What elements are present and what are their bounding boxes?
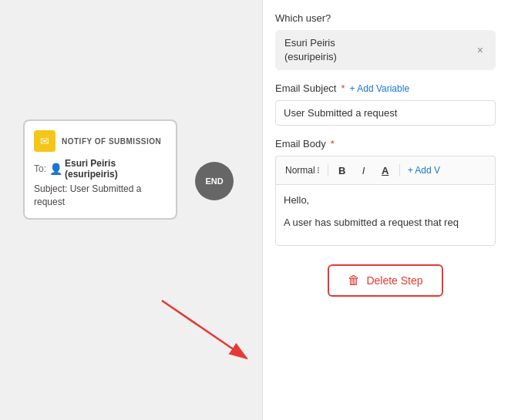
end-node: END: [195, 162, 234, 200]
email-subject-input[interactable]: User Submitted a request: [275, 100, 496, 126]
person-icon: 👤: [49, 163, 62, 175]
body-line-2: A user has submitted a request that req: [284, 215, 487, 231]
toolbar-divider-2: [399, 164, 400, 176]
settings-panel: Which user? Esuri Peiris (esuripeiris) ×…: [262, 0, 508, 420]
email-body-required: *: [331, 138, 335, 150]
underline-a-button[interactable]: A: [376, 161, 395, 180]
workflow-canvas: ✉ NOTIFY OF SUBMISSION To: 👤 Esuri Peiri…: [0, 0, 262, 420]
notify-user-name: Esuri Peiris(esuripeiris): [65, 158, 118, 180]
svg-line-1: [162, 301, 247, 358]
email-subject-label: Email Subject * + Add Variable: [275, 82, 496, 94]
envelope-icon: ✉: [34, 130, 56, 152]
chip-close-button[interactable]: ×: [474, 42, 486, 58]
trash-icon: 🗑: [348, 274, 360, 287]
add-variable-body-button[interactable]: + Add V: [408, 165, 440, 176]
email-body-toolbar: Normal ⁝ B I A + Add V: [275, 156, 496, 184]
toolbar-divider-1: [328, 164, 328, 176]
notify-title: NOTIFY OF SUBMISSION: [62, 137, 161, 146]
notify-body: To: 👤 Esuri Peiris(esuripeiris) Subject:…: [34, 158, 167, 209]
email-body-section: Email Body * Normal ⁝ B I A +: [275, 138, 496, 246]
email-body-label: Email Body *: [275, 138, 496, 150]
bold-button[interactable]: B: [333, 161, 352, 180]
notify-node[interactable]: ✉ NOTIFY OF SUBMISSION To: 👤 Esuri Peiri…: [23, 119, 177, 220]
to-line: To: 👤 Esuri Peiris(esuripeiris): [34, 158, 167, 180]
body-line-1: Hello,: [284, 193, 487, 209]
required-star: *: [341, 82, 345, 94]
add-variable-subject-button[interactable]: + Add Variable: [350, 83, 410, 94]
to-label: To:: [34, 163, 46, 174]
chevron-icon: ⁝: [317, 165, 320, 176]
delete-step-area: 🗑 Delete Step: [275, 264, 496, 297]
delete-step-label: Delete Step: [366, 274, 422, 287]
email-body-content[interactable]: Hello, A user has submitted a request th…: [275, 184, 496, 246]
notify-subject: Subject: User Submitted a request: [34, 183, 167, 209]
format-select[interactable]: Normal ⁝: [282, 163, 323, 177]
user-chip-text: Esuri Peiris (esuripeiris): [284, 36, 337, 64]
user-chip: Esuri Peiris (esuripeiris) ×: [275, 30, 496, 70]
notify-header: ✉ NOTIFY OF SUBMISSION: [34, 130, 167, 152]
which-user-label: Which user?: [275, 12, 496, 24]
delete-step-button[interactable]: 🗑 Delete Step: [328, 264, 442, 297]
italic-button[interactable]: I: [355, 161, 373, 180]
